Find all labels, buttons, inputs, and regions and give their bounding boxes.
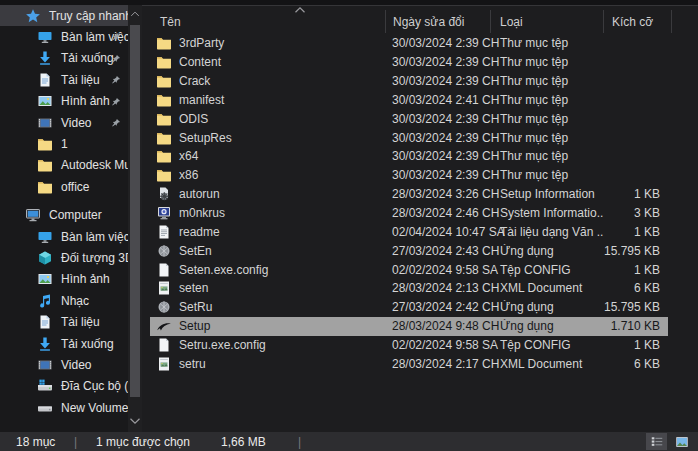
file-name-label: setru (179, 357, 206, 371)
sidebar-item-oi-tuong-3d[interactable]: Đối tượng 3D (0, 247, 128, 268)
sidebar-item-tai-xuong[interactable]: Tải xuống (0, 48, 128, 69)
file-name-label: readme (179, 225, 220, 239)
sidebar-item-computer[interactable]: Computer (0, 205, 128, 226)
status-separator: | (74, 435, 77, 449)
details-view-button[interactable] (646, 433, 667, 450)
column-divider[interactable] (385, 10, 386, 33)
sidebar-item-tai-lieu[interactable]: Tài liệu (0, 311, 128, 332)
app-gem-icon (156, 299, 172, 315)
setup-information-icon (156, 186, 172, 202)
file-name-cell: readme (142, 224, 385, 240)
sidebar-item-label: Video (61, 358, 91, 372)
file-row-x64[interactable]: x6430/03/2024 2:39 CHThư mục tệp (142, 147, 698, 166)
file-date-label: 28/03/2024 2:17 CH (385, 357, 490, 371)
sidebar-item-label: New Volume (D: (61, 401, 128, 415)
sidebar-item-office[interactable]: office (0, 176, 128, 197)
xml-document-icon (156, 280, 172, 296)
sidebar-item-nhac[interactable]: Nhạc (0, 290, 128, 311)
file-type-label: Thư mục tệp (490, 131, 603, 145)
file-row-x86[interactable]: x8630/03/2024 2:39 CHThư mục tệp (142, 166, 698, 185)
sidebar-item-tai-lieu[interactable]: Tài liệu (0, 69, 128, 90)
sidebar-item-hinh-anh[interactable]: Hình ảnh (0, 91, 128, 112)
file-row-setupres[interactable]: SetupRes30/03/2024 2:39 CHThư mục tệp (142, 128, 698, 147)
column-divider[interactable] (671, 10, 672, 33)
sidebar-item-ban-lam-viec[interactable]: Bàn làm việc (0, 226, 128, 247)
sidebar-item-video[interactable]: Video (0, 354, 128, 375)
file-row-crack[interactable]: Crack30/03/2024 2:39 CHThư mục tệp (142, 72, 698, 91)
file-name-label: m0nkrus (179, 206, 225, 220)
scrollbar-thumb[interactable] (130, 25, 140, 397)
folder-icon (156, 111, 172, 127)
chevron-down-icon[interactable] (129, 415, 141, 427)
file-name-cell: Crack (142, 73, 385, 89)
scroll-up-button[interactable] (130, 9, 140, 19)
file-name-label: x64 (179, 149, 198, 163)
file-name-label: SetupRes (179, 131, 232, 145)
file-row-setru-exe-config[interactable]: Setru.exe.config02/02/2024 9:58 SATệp CO… (142, 336, 698, 355)
sidebar-item-ban-lam-viec[interactable]: Bàn làm việc (0, 26, 128, 47)
sidebar-item-autodesk-mudb[interactable]: Autodesk Mudb (0, 155, 128, 176)
file-row-manifest[interactable]: manifest30/03/2024 2:41 CHThư mục tệp (142, 91, 698, 110)
file-row-readme[interactable]: readme02/04/2024 10:47 SATài liệu dạng V… (142, 222, 698, 241)
sidebar-item-1[interactable]: 1 (0, 133, 128, 154)
file-type-label: Thư mục tệp (490, 55, 603, 69)
file-row-content[interactable]: Content30/03/2024 2:39 CHThư mục tệp (142, 53, 698, 72)
file-date-label: 02/02/2024 9:58 SA (385, 338, 490, 352)
picture-icon (37, 271, 53, 287)
file-name-cell: Setru.exe.config (142, 337, 385, 353)
sidebar-item-hinh-anh[interactable]: Hình ảnh (0, 269, 128, 290)
file-row-setru[interactable]: SetRu27/03/2024 2:42 CHỨng dụng15.795 KB (142, 298, 698, 317)
file-name-label: autorun (179, 187, 220, 201)
file-row-setru[interactable]: setru28/03/2024 2:17 CHXML Document6 KB (142, 354, 698, 373)
file-row-seten[interactable]: seten28/03/2024 2:13 CHXML Document6 KB (142, 279, 698, 298)
file-name-label: SetRu (179, 300, 212, 314)
column-divider[interactable] (490, 10, 491, 33)
column-header-date-modified[interactable]: Ngày sửa đổi (393, 15, 464, 29)
document-icon (37, 314, 53, 330)
file-name-cell: Setup (142, 318, 385, 334)
sidebar-scrollbar[interactable] (128, 5, 142, 432)
thumbnails-view-button[interactable] (671, 433, 692, 450)
column-divider[interactable] (603, 10, 604, 33)
file-type-label: Thư mục tệp (490, 112, 603, 126)
file-date-label: 28/03/2024 2:46 CH (385, 206, 490, 220)
file-date-label: 27/03/2024 2:43 CH (385, 244, 490, 258)
pin-icon (110, 96, 122, 108)
file-name-label: 3rdParty (179, 36, 224, 50)
sidebar-item-truy-cap-nhanh[interactable]: Truy cập nhanh (0, 5, 128, 26)
navigation-sidebar: Truy cập nhanhBàn làm việcTải xuốngTài l… (0, 5, 128, 432)
sidebar-item-video[interactable]: Video (0, 112, 128, 133)
file-row-m0nkrus[interactable]: m0nkrus28/03/2024 2:46 CHSystem Informat… (142, 204, 698, 223)
file-size-label: 15.795 KB (603, 300, 672, 314)
file-type-label: Tệp CONFIG (490, 263, 603, 277)
sidebar-item-ia-cuc-bo-c[interactable]: Đĩa Cục bộ (C:) (0, 376, 128, 397)
desktop-icon (37, 229, 53, 245)
sidebar-item-new-volume-d[interactable]: New Volume (D: (0, 397, 128, 418)
column-header-size[interactable]: Kích cỡ (612, 15, 653, 29)
file-size-label: 1 KB (603, 225, 672, 239)
sidebar-item-label: Hình ảnh (61, 94, 110, 108)
file-name-label: Setru.exe.config (179, 338, 266, 352)
file-row-setup[interactable]: Setup28/03/2024 9:48 CHỨng dụng1.710 KB (142, 317, 698, 336)
objects-3d-icon (37, 250, 53, 266)
file-row-seten-exe-config[interactable]: Seten.exe.config02/02/2024 9:58 SATệp CO… (142, 260, 698, 279)
column-header-type[interactable]: Loại (500, 15, 523, 29)
file-name-cell: 3rdParty (142, 35, 385, 51)
file-name-cell: x64 (142, 148, 385, 164)
sort-ascending-icon (294, 6, 306, 14)
file-name-cell: seten (142, 280, 385, 296)
sidebar-item-tai-xuong[interactable]: Tải xuống (0, 333, 128, 354)
items-count-label: 18 mục (16, 435, 55, 449)
desktop-icon (37, 29, 53, 45)
status-separator: | (298, 435, 301, 449)
file-row-odis[interactable]: ODIS30/03/2024 2:39 CHThư mục tệp (142, 109, 698, 128)
file-row-autorun[interactable]: autorun28/03/2024 3:26 CHSetup Informati… (142, 185, 698, 204)
column-header-name[interactable]: Tên (160, 15, 181, 29)
file-row-3rdparty[interactable]: 3rdParty30/03/2024 2:39 CHThư mục tệp (142, 34, 698, 53)
file-size-label: 1 KB (603, 187, 672, 201)
file-size-label: 6 KB (603, 281, 672, 295)
folder-icon (37, 157, 53, 173)
file-date-label: 30/03/2024 2:41 CH (385, 93, 490, 107)
file-type-label: Thư mục tệp (490, 36, 603, 50)
file-row-seten[interactable]: SetEn27/03/2024 2:43 CHỨng dụng15.795 KB (142, 241, 698, 260)
